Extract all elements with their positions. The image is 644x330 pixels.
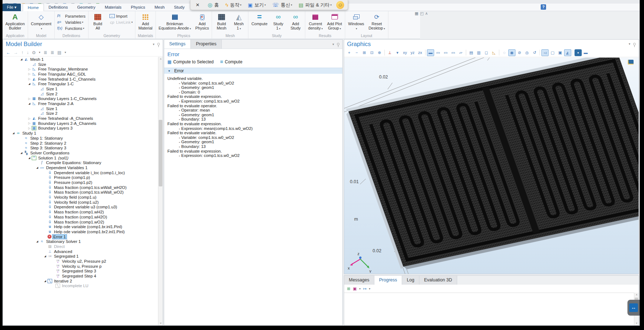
ribbon-tab-definitions[interactable]: Definitions	[44, 4, 73, 11]
expanded-arrow-icon[interactable]: ◢	[19, 58, 23, 61]
overlay-close-button[interactable]: ×	[193, 0, 204, 10]
tree-item-free-triangular-2-a[interactable]: ◢◺Free Triangular 2-A	[3, 101, 158, 106]
go-to-default-view-icon[interactable]: ⟂	[386, 49, 393, 56]
tree-item-study-1[interactable]: ◢∞Study 1	[3, 131, 158, 136]
collapsed-arrow-icon[interactable]: ▷	[27, 117, 31, 120]
tree-item-compile-equations-stationary[interactable]: ƒCompile Equations: Stationary	[3, 160, 158, 165]
tree-item-segregated-1[interactable]: ◢ΞSegregated 1	[3, 254, 158, 259]
ribbon-button-current-density[interactable]: Currentdensity▾	[306, 12, 324, 33]
clip-slab-icon[interactable]: ▭	[442, 49, 449, 56]
zoom-in-icon[interactable]: +	[346, 49, 353, 56]
ribbon-item-functions[interactable]: f(x)Functions▾	[56, 25, 87, 31]
ribbon-tab-home[interactable]: Home	[23, 4, 44, 11]
tree-item-boundary-layers-2-a-channels[interactable]: ▷▦Boundary Layers 2-A_Channels	[3, 121, 158, 126]
mesh-3d-scene[interactable]	[344, 58, 639, 274]
tree-item-segregated-step-3[interactable]: Ξ+Segregated Step 3	[3, 269, 158, 274]
ribbon-tab-geometry[interactable]: Geometry	[72, 4, 100, 11]
tree-item-pressure-comp1-p2[interactable]: ūPressure (comp1.p2)	[3, 180, 158, 185]
ribbon-tab-materials[interactable]: Materials	[100, 4, 126, 11]
select-box-icon[interactable]: ◻	[483, 49, 490, 56]
tree-item-size-1[interactable]: ◿Size 1	[3, 86, 158, 91]
show-filter-menu-icon[interactable]: ▾	[39, 51, 40, 54]
collapse-ribbon-icon[interactable]: ∧	[425, 11, 428, 16]
expanded-arrow-icon[interactable]: ◢	[35, 166, 39, 169]
smiley-icon[interactable]: ☺	[336, 1, 344, 9]
tree-item-mass-fraction-comp1-tcs-wwall-wo2[interactable]: ūMass fraction (comp1.tcs.wWall_wO2)	[3, 190, 158, 195]
tree-item-iterative-2[interactable]: ◢╲Iterative 2	[3, 279, 158, 284]
tree-item-mass-fraction-comp1-wo2[interactable]: ūMass fraction (comp1.wO2)	[3, 220, 158, 225]
zoom-out-icon[interactable]: −	[353, 49, 360, 56]
overlay-item-[interactable]: ▤파일 & 기타▾	[296, 0, 335, 10]
tree-item-free-triangular-membrane[interactable]: ▷◺Free Triangular_Membrane	[3, 67, 158, 72]
tree-item-mass-fraction-comp1-wh2o[interactable]: ūMass fraction (comp1.wH2O)	[3, 214, 158, 220]
node-text-options-icon[interactable]: ▤	[57, 50, 61, 55]
scroll-down-icon[interactable]: ∨	[634, 321, 639, 325]
ribbon-button-add-plot-group[interactable]: Add PlotGroup▾	[325, 12, 344, 33]
ribbon-button-add-physics[interactable]: AddPhysics	[193, 12, 211, 33]
zoom-box-icon[interactable]: ⊞	[361, 49, 368, 56]
collapse-all-icon[interactable]: ≣	[44, 50, 47, 55]
ribbon-button-brinkman-equations-anode[interactable]: BrinkmanEquations-Anode▾	[157, 12, 193, 33]
tree-item-size-1[interactable]: ◿Size 1	[3, 106, 158, 111]
ribbon-button-application-builder[interactable]: AApplicationBuilder	[4, 12, 27, 33]
tree-item-stationary-solver-1[interactable]: ◢≈Stationary Solver 1	[3, 239, 158, 244]
tree-item-solution-1[interactable]: ◢*Solution 1(sol1)	[3, 155, 158, 161]
clip-plane-icon[interactable]: ▭	[450, 49, 457, 56]
tree-item-solver-configurations[interactable]: ◢▚Solver Configurations	[3, 150, 158, 155]
tree-item-mass-fraction-comp1-tcs-wwall-wh2o[interactable]: ūMass fraction (comp1.tcs.wWall_wH2O)	[3, 185, 158, 190]
node-text-menu-icon[interactable]: ▾	[65, 51, 66, 54]
overlay-item-[interactable]: ▣보기▾	[245, 0, 269, 10]
pin-icon[interactable]	[633, 43, 636, 45]
ribbon-button-add-material[interactable]: AddMaterial	[136, 12, 154, 33]
view-hidden-icon[interactable]: ⊘	[516, 49, 523, 56]
tab-progress[interactable]: Progress	[374, 276, 402, 285]
move-progress-icon[interactable]: ↦	[363, 286, 366, 291]
zoom-selected-icon[interactable]: ⊡	[368, 49, 375, 56]
help-button[interactable]: ?	[541, 4, 546, 10]
go-forward-icon[interactable]: →	[14, 50, 18, 55]
hide-selected-icon[interactable]: ◌	[501, 49, 508, 56]
view-xy-icon[interactable]: xy	[401, 49, 409, 56]
scroll-up-icon[interactable]: ∧	[158, 57, 163, 61]
view-zx-icon[interactable]: zx	[416, 49, 424, 56]
scroll-up-icon[interactable]: ∧	[634, 293, 639, 297]
overlay-item-[interactable]: ϟ동작▾	[222, 0, 244, 10]
tree-item-advanced[interactable]: ⊥Advanced	[3, 249, 158, 254]
ribbon-button-mesh-1[interactable]: ◭Mesh1▾	[230, 12, 247, 33]
ribbon-tab-physics[interactable]: Physics	[126, 4, 150, 11]
show-filter-icon[interactable]: ⊙	[32, 50, 36, 55]
overlay-item-[interactable]: ☏통신▾	[269, 0, 295, 10]
progress-window-icon[interactable]: ▣	[353, 286, 356, 291]
expanded-arrow-icon[interactable]: ◢	[27, 102, 31, 105]
ribbon-button-component[interactable]: ◇Component▾	[29, 12, 53, 33]
tab-messages[interactable]: Messages	[344, 276, 374, 285]
tree-item-pressure-comp1-p[interactable]: ūPressure (comp1.p)	[3, 175, 158, 180]
collapsed-arrow-icon[interactable]: ▷	[27, 68, 31, 71]
tree-item-help-ode-variable-comp1-br2-inl1-pinl[interactable]: uHelp ode variable (comp1.br2.inl1.Pinl)	[3, 229, 158, 234]
tree-item-step-1-stationary[interactable]: ≈Step 1: Stationary	[3, 136, 158, 141]
tree-item-mass-fraction-comp1-wh2[interactable]: ūMass fraction (comp1.wH2)	[3, 209, 158, 214]
action-compute[interactable]: =Compute	[220, 59, 242, 65]
tree-item-direct[interactable]: ▨Direct	[3, 244, 158, 249]
panel-menu-icon[interactable]: ▾	[629, 42, 630, 46]
zoom-extents-icon[interactable]: ⊕	[376, 49, 383, 56]
ribbon-item-parameters[interactable]: PiParameters	[56, 13, 87, 19]
tab-settings[interactable]: Settings	[164, 40, 191, 49]
ribbon-button-compute[interactable]: =Compute	[249, 12, 269, 33]
ribbon-item-variables[interactable]: a=Variables▾	[56, 19, 87, 25]
tree-item-step-2-stationary-2[interactable]: ≈Step 2: Stationary 2	[3, 141, 158, 146]
move-up-icon[interactable]: ↑	[21, 50, 23, 55]
collapsed-arrow-icon[interactable]: ▷	[27, 122, 31, 125]
tree-item-velocity-field-comp1-u2[interactable]: ūVelocity field (comp1.u2)	[3, 200, 158, 205]
expanded-arrow-icon[interactable]: ◢	[35, 240, 39, 243]
ribbon-item-livelink[interactable]: cpLiveLink▾	[107, 19, 134, 25]
progress-log-icon[interactable]: ⊞	[347, 286, 350, 291]
expanded-arrow-icon[interactable]: ◢	[43, 280, 47, 282]
panel-menu-icon[interactable]: ▾	[153, 42, 154, 46]
tree-item-mesh-1[interactable]: ◢◭Mesh 1	[3, 57, 158, 62]
ribbon-tab-study[interactable]: Study	[169, 4, 189, 11]
environment-icon[interactable]: ▣	[557, 49, 564, 56]
ribbon-button-windows[interactable]: Windows▾	[346, 12, 366, 33]
file-menu-button[interactable]: File ▾	[3, 4, 21, 11]
progress-window-menu-icon[interactable]: ▾	[359, 287, 361, 290]
